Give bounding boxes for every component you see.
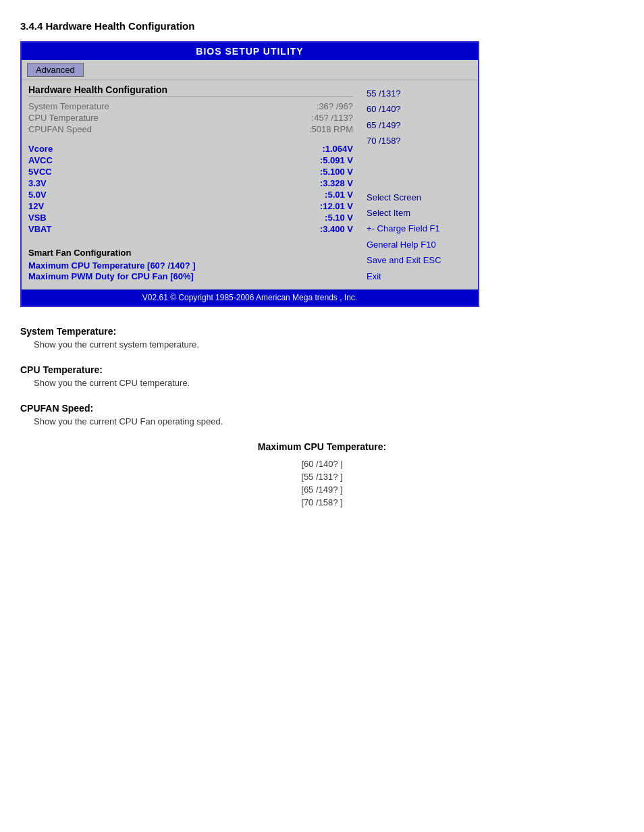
5v0-label: 5.0V <box>28 190 47 200</box>
desc-cpu-temp: CPU Temperature: Show you the current CP… <box>20 364 624 388</box>
temp-reading-3: 70 /158? <box>367 133 471 148</box>
help-save-exit: Save and Exit ESC <box>367 252 471 268</box>
temp-reading-0: 55 /131? <box>367 86 471 101</box>
cpu-temperature-row: CPU Temperature :45? /113? <box>28 113 353 123</box>
temp-reading-1: 60 /140? <box>367 101 471 117</box>
vcore-row: Vcore :1.064V <box>28 144 353 154</box>
5vcc-row: 5VCC :5.100 V <box>28 167 353 177</box>
bios-tab-advanced[interactable]: Advanced <box>27 63 84 77</box>
avcc-row: AVCC :5.091 V <box>28 155 353 165</box>
desc-cpufan-speed: CPUFAN Speed: Show you the current CPU F… <box>20 403 624 426</box>
3v3-label: 3.3V <box>28 178 47 188</box>
12v-value: :12.01 V <box>320 201 353 211</box>
cpu-temp-value: :45? /113? <box>312 113 353 123</box>
max-cpu-temp-value: [60? /140? ] <box>147 260 196 271</box>
desc-system-temp: System Temperature: Show you the current… <box>20 326 624 350</box>
temp-reading-2: 65 /149? <box>367 117 471 133</box>
bios-body: Hardware Health Configuration System Tem… <box>22 80 478 289</box>
temp-readings: 55 /131? 60 /140? 65 /149? 70 /158? <box>367 86 471 149</box>
max-cpu-option-2: [70 /158? ] <box>301 497 342 507</box>
max-pwm-row: Maximum PWM Duty for CPU Fan [60%] <box>28 271 353 281</box>
vbat-row: VBAT :3.400 V <box>28 224 353 234</box>
desc-cpu-temp-text: Show you the current CPU temperature. <box>20 378 624 388</box>
bios-right-column: 55 /131? 60 /140? 65 /149? 70 /158? Sele… <box>360 80 478 289</box>
vbat-value: :3.400 V <box>320 224 353 234</box>
cpufan-label: CPUFAN Speed <box>28 124 92 134</box>
max-cpu-section: Maximum CPU Temperature: [60 /140? | [55… <box>20 441 624 509</box>
bios-panel: BIOS SETUP UTILITY Advanced Hardware Hea… <box>20 41 479 307</box>
desc-cpufan-speed-title: CPUFAN Speed: <box>20 403 624 414</box>
vsb-value: :5.10 V <box>325 213 353 223</box>
page-title: 3.4.4 Hardware Health Configuration <box>20 20 624 32</box>
vcore-value: :1.064V <box>322 144 353 154</box>
12v-label: 12V <box>28 201 44 211</box>
vsb-label: VSB <box>28 213 47 223</box>
help-exit: Exit <box>367 269 471 284</box>
12v-row: 12V :12.01 V <box>28 201 353 211</box>
max-pwm-label: Maximum PWM Duty for CPU Fan [60%] <box>28 271 194 281</box>
desc-cpu-temp-title: CPU Temperature: <box>20 364 624 375</box>
5vcc-label: 5VCC <box>28 167 52 177</box>
avcc-label: AVCC <box>28 155 53 165</box>
avcc-value: :5.091 V <box>320 155 353 165</box>
cpufan-value: :5018 RPM <box>309 124 353 134</box>
3v3-value: :3.328 V <box>320 178 353 188</box>
vcore-label: Vcore <box>28 144 53 154</box>
cpu-temp-label: CPU Temperature <box>28 113 99 123</box>
section-title: Hardware Health Configuration <box>28 84 353 97</box>
max-cpu-temp-row: Maximum CPU Temperature [60? /140? ] <box>28 260 353 271</box>
max-cpu-temp-label: Maximum CPU Temperature <box>28 260 144 271</box>
3v3-row: 3.3V :3.328 V <box>28 178 353 188</box>
5vcc-value: :5.100 V <box>320 167 353 177</box>
vsb-row: VSB :5.10 V <box>28 213 353 223</box>
help-select-screen: Select Screen <box>367 190 471 205</box>
help-select-item: Select Item <box>367 205 471 221</box>
help-block: Select Screen Select Item +- Charge Fiel… <box>367 190 471 284</box>
max-cpu-table: [60 /140? | [55 /131? ] [65 /149? ] [70 … <box>20 457 624 509</box>
bios-left-column: Hardware Health Configuration System Tem… <box>22 80 360 289</box>
desc-system-temp-title: System Temperature: <box>20 326 624 337</box>
cpufan-speed-row: CPUFAN Speed :5018 RPM <box>28 124 353 134</box>
system-temp-value: :36? /96? <box>317 101 353 111</box>
5v0-value: :5.01 V <box>325 190 353 200</box>
5v0-row: 5.0V :5.01 V <box>28 190 353 200</box>
bios-footer: V02.61 © Copyright 1985-2006 American Me… <box>22 289 478 306</box>
desc-system-temp-text: Show you the current system temperature. <box>20 339 624 350</box>
max-cpu-option-0: [55 /131? ] <box>301 472 342 482</box>
vbat-label: VBAT <box>28 224 51 234</box>
max-cpu-current: [60 /140? | <box>301 459 342 469</box>
max-cpu-option-1: [65 /149? ] <box>301 484 342 495</box>
desc-cpufan-speed-text: Show you the current CPU Fan operating s… <box>20 416 624 426</box>
bios-header: BIOS SETUP UTILITY <box>22 43 478 60</box>
max-cpu-title: Maximum CPU Temperature: <box>20 441 624 452</box>
help-general-help: General Help F10 <box>367 237 471 252</box>
system-temperature-row: System Temperature :36? /96? <box>28 101 353 111</box>
help-charge-field: +- Charge Field F1 <box>367 221 471 236</box>
system-temp-label: System Temperature <box>28 101 109 111</box>
smart-fan-title: Smart Fan Configuration <box>28 248 353 258</box>
bios-tab-row: Advanced <box>22 60 478 80</box>
